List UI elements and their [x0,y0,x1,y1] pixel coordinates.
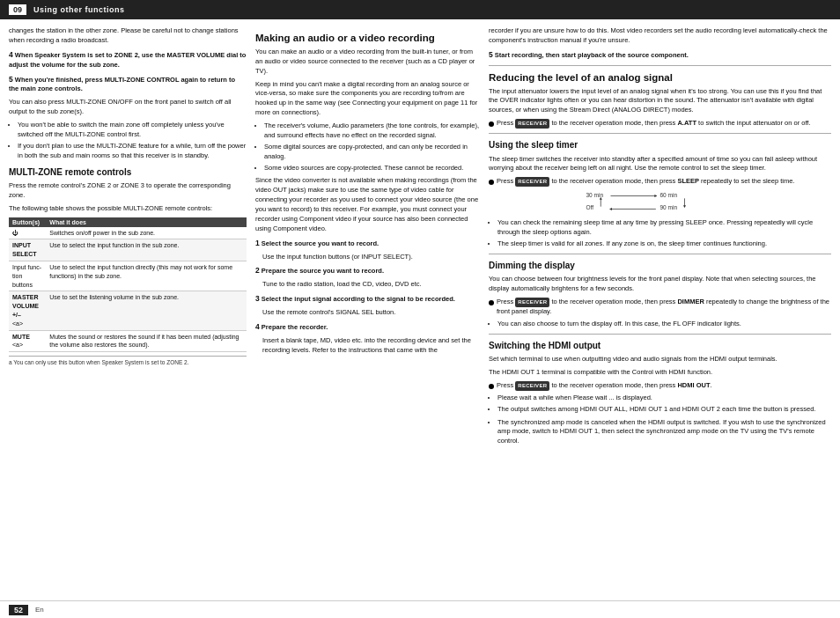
table-cell-button: Input func-tion buttons [9,261,46,291]
section-divider [489,254,831,254]
bullet-icon [489,180,494,185]
right-column: recorder if you are unsure how to do thi… [489,26,831,600]
intro-text: changes the station in the other zone. P… [9,26,247,46]
analog-bullet1: Press RECEIVER to the receiver operation… [497,119,831,129]
list-item: The sleep timer is valid for all zones. … [497,239,831,249]
step4-detail: Insert a blank tape, MD, video etc. into… [262,336,480,356]
record-step4: 4 Prepare the recorder. [255,321,480,333]
step2-text: Prepare the source you want to record. [262,267,384,275]
table-header-buttons: Button(s) [9,217,46,227]
record-step2: 2 Prepare the source you want to record. [255,265,480,276]
recorder-note: recorder if you are unsure how to do thi… [489,26,831,46]
middle-column: Making an audio or a video recording You… [255,26,480,600]
table-cell-button: MUTE<a> [9,330,46,352]
hdmi-heading: Switching the HDMI output [489,340,831,353]
table-cell-button: MASTERVOLUME+/–<a> [9,291,46,330]
recording-heading: Making an audio or a video recording [255,32,480,45]
page-number: 52 [9,605,28,615]
list-item: Please wait a while when Please wait ...… [497,394,831,403]
list-item: Some video sources are copy-protected. T… [264,164,480,173]
step5-heading: 5 When you're finished, press MULTI-ZONE… [9,74,247,95]
sleep-para: The sleep timer switches the receiver in… [489,155,831,174]
hdmi-para2: The HDMI OUT 1 terminal is compatible wi… [489,368,831,378]
hdmi-notes: Please wait a while when Please wait ...… [489,394,831,415]
svg-text:Off: Off [586,205,594,211]
table-cell-button: ⏻ [9,227,46,239]
step1-detail: Use the input function buttons (or INPUT… [262,253,480,262]
bullet-icon [489,384,494,389]
receiver-btn: RECEIVER [515,177,549,187]
receiver-btn: RECEIVER [515,119,549,129]
list-item: The receiver's volume, Audio parameters … [264,121,480,141]
sleep-heading: Using the sleep timer [489,139,831,152]
table-row: INPUTSELECT Use to select the input func… [9,239,247,261]
analog-bullet1-row: Press RECEIVER to the receiver operation… [489,119,831,129]
dimming-para: You can choose between four brightness l… [489,275,831,294]
table-cell-desc: Use to select the input function in the … [46,239,247,261]
svg-text:30 min: 30 min [586,193,604,199]
multizone-intro2: The following table shows the possible M… [9,204,247,214]
table-cell-button: INPUTSELECT [9,239,46,261]
step2-detail: Tune to the radio station, load the CD, … [262,280,480,290]
list-item: You won't be able to switch the main zon… [18,121,247,140]
analog-para: The input attenuator lowers the input le… [489,87,831,116]
recording-para3: Since the video converter is not availab… [255,176,480,233]
receiver-btn: RECEIVER [515,298,549,307]
sleep-bullet1-row: Press RECEIVER to the receiver operation… [489,177,831,187]
list-item: Some digital sources are copy-protected,… [264,143,480,162]
list-item: You can check the remaining sleep time a… [497,218,831,238]
record-step1: 1 Select the source you want to record. [255,238,480,249]
step5-bold-text: When you're finished, press MULTI-ZONE C… [9,76,235,93]
table-row: MASTERVOLUME+/–<a> Use to set the listen… [9,291,247,330]
language-label: En [35,606,44,614]
step3-text: Select the input signal according to the… [262,295,455,303]
dimming-notes: You can also choose to turn the display … [489,320,831,329]
table-footnote: a You can only use this button when Spea… [9,356,247,366]
chapter-title: Using other functions [33,5,125,14]
step5-right-num: 5 [489,50,493,59]
table-cell-desc: Switches on/off power in the sub zone. [46,227,247,239]
record-step3: 3 Select the input signal according to t… [255,293,480,305]
dimming-bullet1: Press RECEIVER to the receiver operation… [497,298,831,317]
step5-right: 5 Start recording, then start playback o… [489,49,831,61]
step4-text: When Speaker System is set to ZONE 2, us… [9,51,246,69]
step4-rec-text: Prepare the recorder. [262,323,328,331]
recording-bullets: The receiver's volume, Audio parameters … [255,121,480,173]
table-cell-desc: Use to set the listening volume in the s… [46,291,247,330]
table-cell-desc: Mutes the sound or restores the sound if… [46,330,247,352]
hdmi-bullet1-row: Press RECEIVER to the receiver operation… [489,381,831,391]
step5-right-text: Start recording, then start playback of … [495,51,689,59]
recording-intro: You can make an audio or a video recordi… [255,48,480,77]
dimming-bullet1-row: Press RECEIVER to the receiver operation… [489,298,831,317]
bullet-icon [489,121,494,127]
multizone-intro: Press the remote control's ZONE 2 or ZON… [9,181,247,201]
hdmi-para1: Set which terminal to use when outputtin… [489,355,831,364]
section-divider [489,334,831,335]
sleep-bullet1: Press RECEIVER to the receiver operation… [497,177,831,187]
step2-num: 2 [255,266,260,275]
table-row: Input func-tion buttons Use to select th… [9,261,247,291]
step1-num: 1 [255,239,260,247]
dimming-heading: Dimming the display [489,260,831,273]
step3-detail: Use the remote control's SIGNAL SEL butt… [262,308,480,318]
chapter-number: 09 [9,4,26,15]
step5-num: 5 [9,75,13,84]
step3-num: 3 [255,294,260,303]
sleep-notes: You can check the remaining sleep time a… [489,218,831,249]
list-item: If you don't plan to use the MULTI-ZONE … [18,142,247,161]
recording-para2: Keep in mind you can't make a digital re… [255,80,480,119]
receiver-btn: RECEIVER [515,381,549,391]
step1-text: Select the source you want to record. [262,239,379,247]
table-row: MUTE<a> Mutes the sound or restores the … [9,330,247,352]
list-item: You can also choose to turn the display … [497,320,831,329]
svg-text:60 min: 60 min [660,193,678,199]
table-header-does: What it does [46,217,247,227]
step5-bullets: You won't be able to switch the main zon… [9,121,247,161]
section-divider [489,133,831,134]
step4-heading: 4 When Speaker System is set to ZONE 2, … [9,49,247,70]
svg-text:90 min: 90 min [660,205,678,211]
step4-rec-num: 4 [255,322,260,331]
table-row: ⏻ Switches on/off power in the sub zone. [9,227,247,239]
page-header: 09 Using other functions [0,0,840,19]
analog-heading: Reducing the level of an analog signal [489,71,831,85]
